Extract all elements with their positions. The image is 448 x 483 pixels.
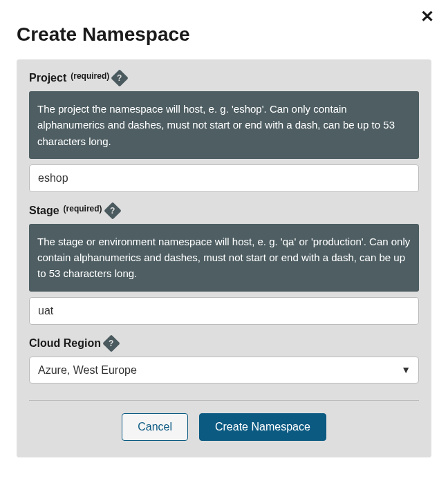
stage-label: Stage — [29, 205, 59, 217]
help-icon[interactable]: ? — [102, 334, 120, 352]
help-icon-glyph: ? — [110, 206, 115, 216]
project-help-text: The project the namespace will host, e. … — [29, 91, 419, 159]
modal-header: ✕ Create Namespace — [0, 0, 448, 46]
create-namespace-button[interactable]: Create Namespace — [199, 413, 326, 441]
stage-help-text: The stage or environment namespace will … — [29, 224, 419, 292]
close-button[interactable]: ✕ — [420, 8, 434, 25]
divider — [29, 400, 419, 401]
stage-label-row: Stage (required) ? — [29, 205, 419, 217]
project-required: (required) — [71, 71, 109, 81]
help-icon-glyph: ? — [118, 73, 122, 83]
project-label-row: Project (required) ? — [29, 72, 419, 84]
project-label: Project — [29, 72, 66, 84]
project-input[interactable] — [29, 164, 419, 192]
help-icon[interactable]: ? — [104, 202, 121, 219]
modal-title: Create Namespace — [17, 23, 431, 46]
button-row: Cancel Create Namespace — [29, 413, 419, 445]
cancel-button[interactable]: Cancel — [122, 413, 188, 441]
create-namespace-modal: ✕ Create Namespace Project (required) ? … — [0, 0, 448, 457]
cloud-region-select-wrapper: Azure, West Europe ▼ — [29, 357, 419, 383]
project-field-group: Project (required) ? The project the nam… — [29, 72, 419, 192]
cloud-region-field-group: Cloud Region ? Azure, West Europe ▼ — [29, 337, 419, 383]
stage-field-group: Stage (required) ? The stage or environm… — [29, 205, 419, 325]
cloud-region-select[interactable]: Azure, West Europe — [29, 357, 419, 383]
stage-required: (required) — [64, 204, 102, 214]
stage-input[interactable] — [29, 297, 419, 325]
cloud-region-label: Cloud Region — [29, 337, 101, 350]
help-icon-glyph: ? — [109, 339, 113, 348]
cloud-region-label-row: Cloud Region ? — [29, 337, 419, 350]
help-icon[interactable]: ? — [111, 69, 129, 86]
form-container: Project (required) ? The project the nam… — [17, 59, 431, 457]
